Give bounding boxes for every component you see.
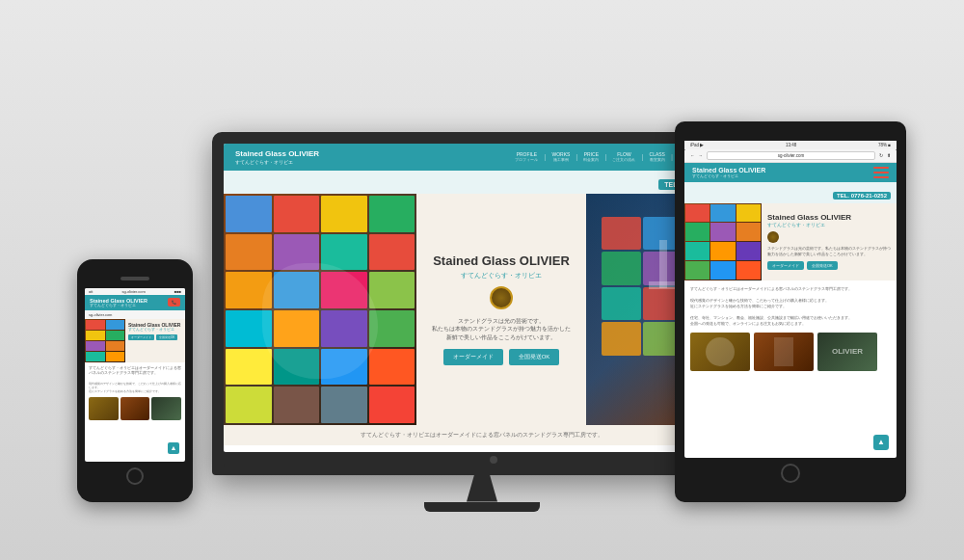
phone-hero-content: Stained Glass OLIVIER すてんどぐらす・オリビエ オーダーメ… [125,319,185,362]
tablet-ship-btn[interactable]: 全国発送OK [807,261,838,270]
hero-buttons: オーダーメイド 全国発送OK [443,349,560,365]
phone-bezel: att sg-olivier.com ■■■ Stained Glass OLI… [77,259,193,502]
monitor-cam [490,456,497,464]
sg-cell [369,234,415,271]
site-logo-title: Stained Glass OLIVIER [235,149,319,159]
sg-cell [369,387,415,423]
tab-thumb-3: OLIVIER [817,333,877,371]
tab-sg-cell [685,204,710,223]
sg-cell [274,196,320,232]
sg-cell [226,387,272,423]
cross-horizontal [649,281,678,289]
tablet-home-button[interactable] [781,464,800,483]
sg-cell [369,196,415,232]
tablet-order-btn[interactable]: オーダーメイド [767,261,804,270]
phone-tel-button[interactable]: 📞 [168,298,180,307]
phone-device: att sg-olivier.com ■■■ Stained Glass OLI… [77,259,193,502]
tablet-status-right: 78% ■ [878,143,891,147]
tablet-screen: ← → sg-olivier.com ↻ ⬆ Stained Glass OLI… [684,149,897,458]
phone-hero-buttons: オーダーメイド 全国発送OK [128,334,182,340]
nav-divider-2: | [576,152,577,161]
hamburger-line-3 [873,176,889,178]
phone-home-button[interactable] [126,467,144,485]
sg-right-cell [602,252,641,285]
desktop-monitor: Stained Glass OLIVIER すてんどぐらす・オリビエ PROFI… [212,132,752,512]
tablet-body-text: すてんどぐらす・オリビエはオーダーメイドによる窓パネルのステンドグラス専門工房で… [684,280,897,333]
phone-hero-sub: すてんどぐらす・オリビエ [128,328,182,332]
tablet-share-icon[interactable]: ⬆ [887,153,891,158]
phone-url-bar: sg-olivier.com [85,310,185,319]
nav-divider-5: | [671,152,673,161]
tablet-thumbnails: OLIVIER [684,333,897,377]
ph-sg-cell [106,341,125,351]
scene: Stained Glass OLIVIER すてんどぐらす・オリビエ PROFI… [19,11,945,550]
order-button[interactable]: オーダーメイド [443,349,503,365]
tab-sg-cell [736,204,761,223]
tablet-status-bar: iPad ▶ 13:48 78% ■ [684,141,897,149]
tablet-forward-icon[interactable]: → [699,153,704,158]
ph-sg-cell [106,331,125,340]
hero-description: ステンドグラスは光の芸術です。 私たちは本物のステンドグラスが持つ魅力を活かした… [432,317,571,341]
ph-sg-cell [86,352,105,361]
ship-button[interactable]: 全国発送OK [509,349,560,365]
site-header: Stained Glass OLIVIER すてんどぐらす・オリビエ PROFI… [224,144,740,171]
desktop-website: Stained Glass OLIVIER すてんどぐらす・オリビエ PROFI… [224,144,740,445]
tablet-logo-sub: すてんどぐらす・オリビエ [692,173,765,178]
tablet-scroll-up-btn[interactable]: ▲ [873,435,889,450]
tab-sg-cell [710,261,735,280]
nav-divider-4: | [641,152,643,161]
tab-sg-cell [710,242,735,260]
phone-order-btn[interactable]: オーダーメイド [128,334,154,340]
sg-cell [321,196,367,232]
phone-ship-btn[interactable]: 全国発送OK [156,334,177,340]
phone-logo: Stained Glass OLIVIER すてんどぐらす・オリビエ [90,298,147,308]
monitor-bezel: Stained Glass OLIVIER すてんどぐらす・オリビエ PROFI… [212,132,752,475]
sg-cell [226,349,272,386]
nav-divider-3: | [604,152,606,161]
sg-cell [369,349,415,386]
tablet-device: iPad ▶ 13:48 78% ■ ← → sg-olivier.com ↻ … [675,121,906,502]
hamburger-line-1 [873,167,889,169]
tablet-url[interactable]: sg-olivier.com [707,151,875,160]
tablet-hero-sub: すてんどぐらす・オリビエ [767,222,891,227]
hero-left-image [224,194,416,425]
nav-item-class[interactable]: CLASS教室案内 [650,151,665,162]
tablet-status-left: iPad ▶ [690,143,704,147]
tablet-site-header: Stained Glass OLIVIER すてんどぐらす・オリビエ [684,163,897,182]
monitor-stand-base [424,502,540,512]
tablet-refresh-icon[interactable]: ↻ [879,153,883,158]
sg-cell [321,387,367,423]
sg-right-cell [602,322,641,356]
nav-item-works[interactable]: WORKS施工事例 [551,151,570,162]
nav-divider: | [544,152,546,161]
phone-url-text[interactable]: sg-olivier.com [89,312,112,317]
nav-item-price[interactable]: PRICE料金案内 [583,151,599,162]
phone-scroll-up-btn[interactable]: ▲ [168,442,179,454]
phone-screen: att sg-olivier.com ■■■ Stained Glass OLI… [85,288,185,462]
phone-logo-sub: すてんどぐらす・オリビエ [90,304,147,307]
ph-thumb-2 [120,397,150,420]
site-logo: Stained Glass OLIVIER すてんどぐらす・オリビエ [235,149,319,165]
tablet-hero-content: Stained Glass OLIVIER すてんどぐらす・オリビエ ステンドグ… [762,203,897,280]
tablet-tel-bar: TEL. 0776-21-0252 [684,182,897,203]
tablet-hero-image [684,203,762,280]
nav-item-flow[interactable]: FLOWご注文の流れ [612,151,635,162]
phone-carrier: att [89,289,93,294]
hamburger-menu[interactable] [873,167,889,178]
phone-speaker [120,277,149,280]
ph-thumb-3 [151,397,181,420]
site-logo-sub: すてんどぐらす・オリビエ [235,159,319,165]
hamburger-line-2 [873,172,889,173]
sg-right-cell [602,217,641,251]
hero-center: Stained Glass OLIVIER すてんどぐらす・オリビエ ステンドグ… [416,194,586,425]
tablet-hero-icon [767,231,779,243]
ph-sg-cell [86,331,105,340]
phone-site-header: Stained Glass OLIVIER すてんどぐらす・オリビエ 📞 [85,295,185,311]
tablet-url-bar: ← → sg-olivier.com ↻ ⬆ [684,149,897,163]
phone-icon: 📞 [172,300,176,305]
tablet-bezel: iPad ▶ 13:48 78% ■ ← → sg-olivier.com ↻ … [675,121,906,502]
tablet-back-icon[interactable]: ← [690,153,695,158]
tablet-tel-badge: TEL. 0776-21-0252 [833,192,891,200]
footer-text: すてんどぐらす・オリビエはオーダーメイドによる窓パネルのステンドグラス専門工房で… [224,425,740,445]
nav-item-profile[interactable]: PROFILEプロフィール [515,151,538,162]
